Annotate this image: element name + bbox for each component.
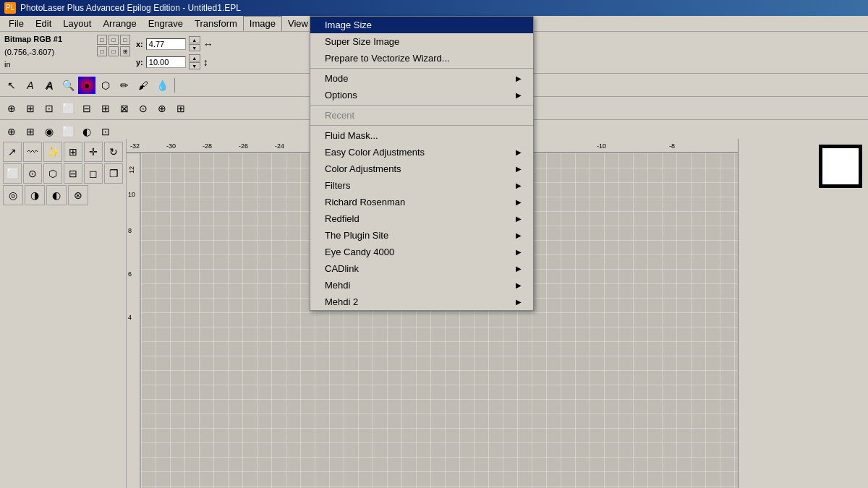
path-tool[interactable]: 〰 [23,142,42,162]
tool-i[interactable]: ⊕ [153,100,171,117]
svg-text:10: 10 [128,191,135,198]
poly-tool[interactable]: ⬡ [43,163,62,184]
dropdown-item-label: Eye Candy 4000 [325,247,394,257]
dropdown-item-label: Options [325,90,357,100]
submenu-arrow-icon: ▶ [516,298,522,306]
svg-text:8: 8 [128,227,132,234]
magic-wand-tool[interactable]: ✨ [43,142,62,162]
tool-f[interactable]: ⊞ [97,100,114,117]
y-down-arrow[interactable]: ▼ [189,62,200,69]
pencil-btn[interactable]: ✏ [116,77,133,94]
text-tool-btn[interactable]: A [22,77,39,94]
sponge-tool[interactable]: ⊛ [68,185,88,205]
eraser-tool[interactable]: ◻ [84,163,103,184]
tool-h[interactable]: ⊙ [135,100,152,117]
dropdown-item-richard-rosenman[interactable]: Richard Rosenman▶ [310,194,533,210]
svg-text:12: 12 [128,166,135,174]
clone-tool[interactable]: ❐ [104,163,123,184]
dropdown-item-redfield[interactable]: Redfield▶ [310,210,533,227]
dropdown-item-super-size-image[interactable]: Super Size Image [310,33,533,50]
lasso-tool[interactable]: ↗ [3,142,22,162]
x-input[interactable] [146,38,186,50]
dropdown-item-cadlink[interactable]: CADlink▶ [310,260,533,277]
tool2-d[interactable]: ⬜ [59,123,77,140]
dropdown-item-mehdi[interactable]: Mehdi▶ [310,277,533,294]
dropdown-item-options[interactable]: Options▶ [310,87,533,103]
svg-text:-26: -26 [239,142,248,150]
svg-text:-10: -10 [597,142,606,150]
ruler-left: 12 10 8 6 4 [127,153,141,488]
menu-item-edit[interactable]: Edit [30,17,57,30]
marquee-tool[interactable]: ⬜ [3,163,22,184]
paint-btn[interactable]: 🖌 [135,77,152,94]
fill-tool[interactable]: ⊟ [64,163,82,184]
dropdown-item-filters[interactable]: Filters▶ [310,177,533,194]
tool2-e[interactable]: ◐ [78,123,95,140]
dropdown-item-mode[interactable]: Mode▶ [310,70,533,87]
transform-icon-4: □ [97,46,107,56]
dropdown-divider-4 [310,105,533,106]
tool-a[interactable]: ⊕ [3,100,20,117]
burn-tool[interactable]: ◐ [46,185,67,205]
dropdown-item-mehdi-2[interactable]: Mehdi 2▶ [310,294,533,310]
tool-g[interactable]: ⊠ [116,100,133,117]
tool2-c[interactable]: ◉ [41,123,58,140]
select-tool-btn[interactable]: ↖ [3,77,20,94]
dropper-btn[interactable]: 💧 [153,77,171,94]
menu-item-layout[interactable]: Layout [57,17,97,30]
tool2-f[interactable]: ⊡ [97,123,114,140]
color-btn[interactable]: ● [78,77,95,94]
transform-icon-2: □ [109,35,119,45]
menu-item-file[interactable]: File [3,17,30,30]
svg-text:-24: -24 [275,142,284,150]
text-outline-btn[interactable]: A [41,77,58,94]
dodge-tool[interactable]: ◑ [25,185,45,205]
sep1 [174,78,175,93]
dropdown-item-label: Image Size [325,20,372,30]
transform-icon-6: ⊞ [120,46,130,56]
coord-display: x: ▲ ▼ ↔ y: ▲ ▼ ↕ [136,36,213,69]
menu-item-engrave[interactable]: Engrave [142,17,189,30]
dropdown-item-prepare-to-vectorize-wizard[interactable]: Prepare to Vectorize Wizard... [310,50,533,67]
svg-text:-8: -8 [669,142,675,150]
dropdown-item-color-adjustments[interactable]: Color Adjustments▶ [310,160,533,177]
tool2-a[interactable]: ⊕ [3,123,20,140]
svg-text:-30: -30 [166,142,176,150]
y-input[interactable] [146,56,186,68]
tool-j[interactable]: ⊞ [172,100,190,117]
dropdown-item-image-size[interactable]: Image Size [310,17,533,33]
crop-tool[interactable]: ⊞ [64,142,82,162]
menu-item-transform[interactable]: Transform [189,17,243,30]
tool-c[interactable]: ⊡ [41,100,58,117]
title-bar: PL PhotoLaser Plus Advanced Epilog Editi… [0,0,868,16]
y-up-arrow[interactable]: ▲ [189,54,200,61]
dropdown-item-fluid-mask[interactable]: Fluid Mask... [310,127,533,144]
move-tool[interactable]: ✛ [84,142,103,162]
zoom-tool-btn[interactable]: 🔍 [59,77,77,94]
svg-text:-28: -28 [203,142,212,150]
rotate-tool[interactable]: ↻ [104,142,123,162]
app-icon: PL [4,2,16,14]
x-down-arrow[interactable]: ▼ [189,44,200,51]
object-coords: (0.756,-3.607) [4,46,91,59]
dropdown-item-easy-color-adjustments[interactable]: Easy Color Adjustments▶ [310,144,533,160]
menu-item-arrange[interactable]: Arrange [97,17,142,30]
menu-item-image[interactable]: Image [243,16,282,31]
dropdown-menu: Image SizeSuper Size ImagePrepare to Vec… [310,16,534,311]
y-label: y: [136,58,143,67]
tool2-b[interactable]: ⊞ [22,123,39,140]
tool-b[interactable]: ⊞ [22,100,39,117]
dropdown-item-eye-candy-4000[interactable]: Eye Candy 4000▶ [310,244,533,260]
tool-e[interactable]: ⊟ [78,100,95,117]
x-up-arrow[interactable]: ▲ [189,36,200,43]
submenu-arrow-icon: ▶ [516,181,522,189]
dropdown-item-the-plugin-site[interactable]: The Plugin Site▶ [310,227,533,244]
tool-d[interactable]: ⬜ [59,100,77,117]
shape-btn[interactable]: ⬡ [97,77,114,94]
svg-text:-32: -32 [130,142,140,150]
blur-tool[interactable]: ◎ [3,185,23,205]
x-resize-icon: ↔ [203,38,213,50]
right-panel [738,139,868,488]
elliptical-tool[interactable]: ⊙ [23,163,42,184]
x-label: x: [136,40,143,48]
